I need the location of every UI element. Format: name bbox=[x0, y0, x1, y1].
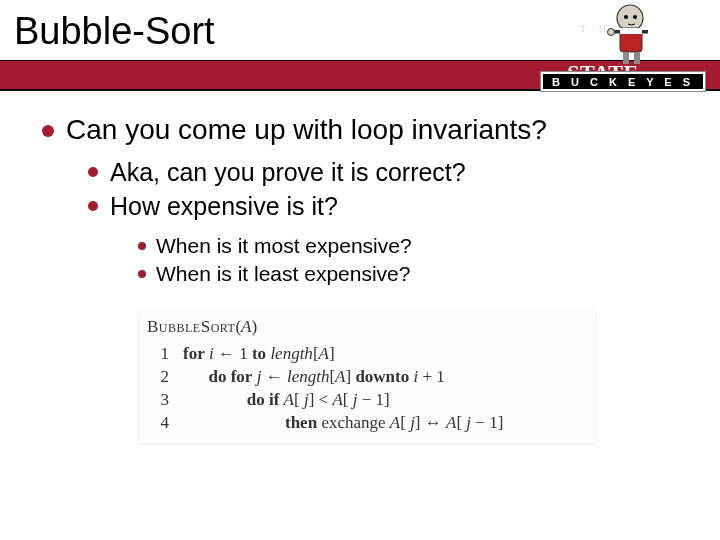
bullet-l1-text: Can you come up with loop invariants? bbox=[66, 114, 547, 145]
line-body: do if A[ j] < A[ j − 1] bbox=[183, 389, 390, 412]
svg-point-0 bbox=[617, 5, 643, 31]
bullet-l1: Can you come up with loop invariants? Ak… bbox=[42, 111, 692, 288]
svg-rect-4 bbox=[620, 28, 642, 34]
svg-rect-8 bbox=[623, 52, 629, 64]
svg-rect-6 bbox=[642, 30, 648, 34]
line-body: for i ← 1 to length[A] bbox=[183, 343, 335, 366]
line-number: 2 bbox=[147, 366, 169, 389]
pseudocode-header: BubbleSort(A) bbox=[147, 316, 587, 339]
line-body: then exchange A[ j] ↔ A[ j − 1] bbox=[183, 412, 503, 435]
bullet-l2a: Aka, can you prove it is correct? bbox=[88, 155, 692, 190]
slide: T · H · E OHIO STATE B U C K E Y E S Bub… bbox=[0, 0, 720, 540]
svg-point-1 bbox=[624, 15, 628, 19]
pseudocode-lines: 1for i ← 1 to length[A]2 do for j ← leng… bbox=[147, 343, 587, 435]
brutus-mascot-icon bbox=[598, 2, 650, 66]
svg-rect-9 bbox=[634, 52, 640, 64]
pseudocode-line: 3 do if A[ j] < A[ j − 1] bbox=[147, 389, 587, 412]
pseudocode-line: 1for i ← 1 to length[A] bbox=[147, 343, 587, 366]
pseudocode-fn-name: BubbleSort bbox=[147, 317, 235, 336]
pseudocode-line: 4 then exchange A[ j] ↔ A[ j − 1] bbox=[147, 412, 587, 435]
slide-body: Can you come up with loop invariants? Ak… bbox=[0, 89, 720, 443]
pseudocode-block: BubbleSort(A) 1for i ← 1 to length[A]2 d… bbox=[139, 310, 595, 443]
bullet-l3a-text: When is it most expensive? bbox=[156, 234, 412, 257]
line-number: 4 bbox=[147, 412, 169, 435]
pseudocode-fn-arg: A bbox=[241, 317, 251, 336]
svg-point-2 bbox=[633, 15, 637, 19]
bullet-l3b: When is it least expensive? bbox=[138, 260, 692, 288]
ohio-state-logo: T · H · E OHIO STATE B U C K E Y E S bbox=[543, 4, 698, 99]
bullet-l2b: How expensive is it? When is it most exp… bbox=[88, 189, 692, 288]
line-number: 3 bbox=[147, 389, 169, 412]
logo-bottom-banner: B U C K E Y E S bbox=[541, 72, 705, 91]
svg-point-7 bbox=[608, 29, 615, 36]
pseudocode-line: 2 do for j ← length[A] downto i + 1 bbox=[147, 366, 587, 389]
bullet-l2a-text: Aka, can you prove it is correct? bbox=[110, 158, 466, 186]
bullet-l3a: When is it most expensive? bbox=[138, 232, 692, 260]
bullet-l3b-text: When is it least expensive? bbox=[156, 262, 410, 285]
line-body: do for j ← length[A] downto i + 1 bbox=[183, 366, 445, 389]
line-number: 1 bbox=[147, 343, 169, 366]
bullet-l2b-text: How expensive is it? bbox=[110, 192, 338, 220]
